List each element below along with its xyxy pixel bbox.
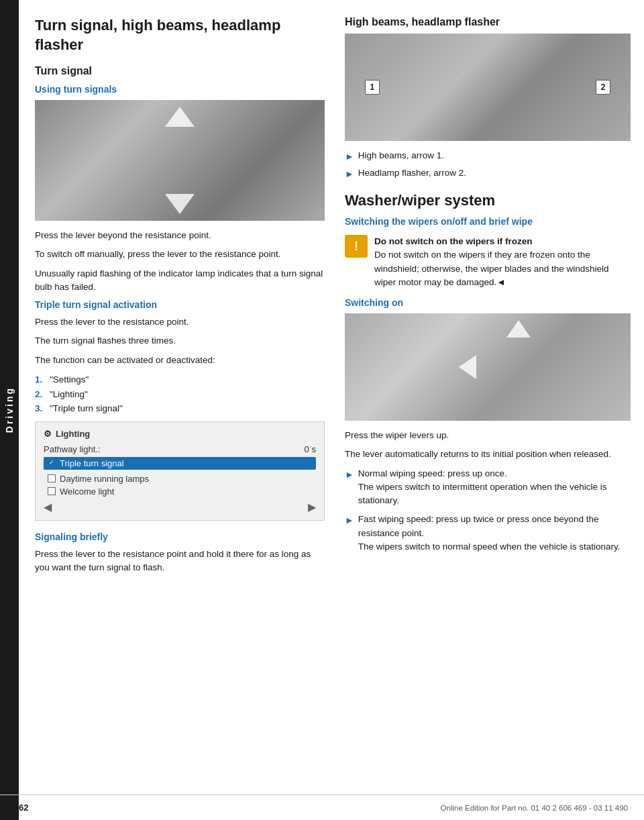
- list-text-1: "Settings": [50, 372, 89, 387]
- lighting-menu-box: ⚙ Lighting Pathway light.: 0 s Triple tu…: [35, 421, 325, 521]
- warning-text: Do not switch on the wipers if frozen Do…: [374, 235, 631, 289]
- high-beams-title: High beams, headlamp flasher: [345, 16, 631, 28]
- right-column: High beams, headlamp flasher 1 2 ► High …: [338, 16, 644, 580]
- wiper-body2: The lever automatically returns to its i…: [345, 448, 631, 461]
- turn-signal-body1: Press the lever beyond the resistance po…: [35, 229, 325, 242]
- list-num-1: 1.: [35, 372, 46, 387]
- triple-turn-signal-row[interactable]: Triple turn signal: [44, 457, 316, 470]
- arrow-bullet-icon-2: ►: [345, 167, 354, 181]
- warning-title: Do not switch on the wipers if frozen: [374, 236, 533, 246]
- triple-body3: The function can be activated or deactiv…: [35, 354, 325, 367]
- wiper-arrow-icon-2: ►: [345, 513, 354, 554]
- using-turn-signals-subtitle: Using turn signals: [35, 84, 325, 95]
- page-footer: 62 Online Edition for Part no. 01 40 2 6…: [0, 795, 644, 820]
- wiper-bullet-1: ► Normal wiping speed: press up once. Th…: [345, 467, 631, 508]
- high-beams-bullet-text-1: High beams, arrow 1.: [358, 149, 444, 164]
- list-item-1: 1. "Settings": [35, 372, 325, 387]
- hb-label-1: 1: [365, 80, 380, 95]
- triple-body1: Press the lever to the resistance point.: [35, 315, 325, 329]
- wiper-bullet-2: ► Fast wiping speed: press up twice or p…: [345, 513, 631, 554]
- pathway-value: 0 s: [305, 444, 316, 454]
- switching-on-subtitle: Switching on: [345, 297, 631, 308]
- side-tab-label: Driving: [4, 387, 15, 433]
- high-beams-bullet-1: ► High beams, arrow 1.: [345, 149, 631, 164]
- page-number: 62: [19, 803, 28, 813]
- wiper-body1: Press the wiper levers up.: [345, 429, 631, 442]
- footer-text: Online Edition for Part no. 01 40 2 606 …: [441, 804, 628, 812]
- triple-turn-subtitle: Triple turn signal activation: [35, 299, 325, 310]
- pathway-row: Pathway light.: 0 s: [44, 444, 316, 454]
- triple-body2: The turn signal flashes three times.: [35, 334, 325, 348]
- triple-turn-checkbox[interactable]: [48, 459, 56, 467]
- turn-signal-body2: To switch off manually, press the lever …: [35, 248, 325, 261]
- turn-signal-title: Turn signal: [35, 65, 325, 77]
- warning-box: ! Do not switch on the wipers if frozen …: [345, 235, 631, 289]
- arrow-left-icon: [459, 355, 476, 379]
- side-tab: Driving: [0, 0, 19, 820]
- lighting-nav: ◀ ▶: [44, 501, 316, 513]
- list-num-3: 3.: [35, 401, 46, 416]
- welcome-light-label: Welcome light: [60, 486, 114, 497]
- daytime-running-row[interactable]: Daytime running lamps: [44, 472, 316, 485]
- nav-left-icon[interactable]: ◀: [44, 501, 52, 513]
- wiper-bullet-text-1: Normal wiping speed: press up once. The …: [358, 467, 631, 508]
- wiper-bullets-list: ► Normal wiping speed: press up once. Th…: [345, 467, 631, 554]
- triple-turn-label: Triple turn signal: [60, 458, 124, 468]
- warning-body: Do not switch on the wipers if they are …: [374, 250, 609, 287]
- high-beams-image: 1 2: [345, 34, 631, 141]
- welcome-light-row[interactable]: Welcome light: [44, 485, 316, 498]
- lighting-header: ⚙ Lighting: [44, 429, 316, 439]
- warning-icon: !: [345, 235, 368, 258]
- list-item-2: 2. "Lighting": [35, 387, 325, 402]
- arrow-up-wiper-icon: [506, 320, 531, 338]
- pathway-label: Pathway light.:: [44, 444, 101, 454]
- turn-signal-body3: Unusually rapid flashing of the indicato…: [35, 267, 325, 295]
- welcome-light-checkbox[interactable]: [48, 487, 56, 495]
- arrow-down-icon: [165, 194, 195, 214]
- hb-label-2: 2: [596, 80, 610, 95]
- left-column: Turn signal, high beams, headlamp flashe…: [19, 16, 338, 580]
- page-title: Turn signal, high beams, headlamp flashe…: [35, 16, 325, 54]
- nav-right-icon[interactable]: ▶: [308, 501, 316, 513]
- list-text-2: "Lighting": [50, 387, 88, 402]
- list-text-3: "Triple turn signal": [50, 401, 123, 416]
- high-beams-bullet-2: ► Headlamp flasher, arrow 2.: [345, 166, 631, 181]
- triple-turn-list: 1. "Settings" 2. "Lighting" 3. "Triple t…: [35, 372, 325, 416]
- arrow-up-icon: [165, 107, 195, 127]
- signaling-briefly-subtitle: Signaling briefly: [35, 531, 325, 542]
- signaling-briefly-body: Press the lever to the resistance point …: [35, 548, 325, 575]
- list-num-2: 2.: [35, 387, 46, 402]
- high-beams-bullet-text-2: Headlamp flasher, arrow 2.: [358, 166, 466, 181]
- turn-signal-image: [35, 100, 325, 221]
- gear-icon: ⚙: [44, 429, 52, 439]
- high-beams-list: ► High beams, arrow 1. ► Headlamp flashe…: [345, 149, 631, 181]
- wiper-bullet-text-2: Fast wiping speed: press up twice or pre…: [358, 513, 631, 554]
- list-item-3: 3. "Triple turn signal": [35, 401, 325, 416]
- daytime-running-checkbox[interactable]: [48, 474, 56, 482]
- switching-on-off-subtitle: Switching the wipers on/off and brief wi…: [345, 216, 631, 227]
- main-content: Turn signal, high beams, headlamp flashe…: [19, 0, 644, 607]
- daytime-running-label: Daytime running lamps: [60, 474, 149, 484]
- washer-wiper-title: Washer/wiper system: [345, 192, 631, 209]
- lighting-title: Lighting: [56, 429, 90, 439]
- arrow-bullet-icon-1: ►: [345, 150, 354, 164]
- wiper-image: [345, 313, 631, 421]
- wiper-arrow-icon-1: ►: [345, 468, 354, 508]
